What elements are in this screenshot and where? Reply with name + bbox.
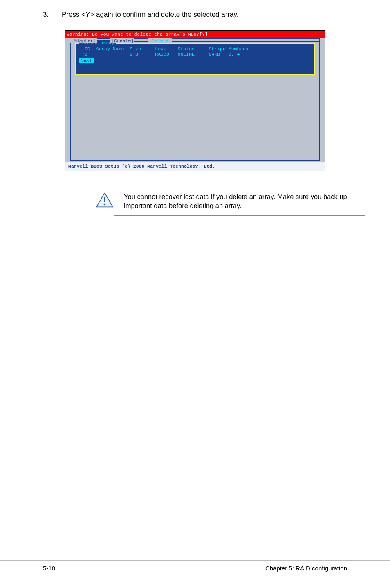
svg-point-2 (104, 204, 106, 206)
page-number: 5-10 (43, 565, 55, 572)
warning-icon (95, 192, 114, 209)
page-footer: 5-10 Chapter 5: RAID configuration (0, 560, 390, 572)
step-text: Press <Y> again to confirm and delete th… (62, 11, 347, 19)
tab-create[interactable]: [Create] (110, 38, 134, 43)
next-button[interactable]: NEXT (79, 58, 94, 63)
tab-delete[interactable]: [Delete] (148, 38, 172, 43)
panel-header-row: ID Array Name Size Level Status Stripe M… (79, 46, 311, 52)
svg-rect-1 (104, 197, 105, 202)
bios-screenshot: Warning: Do you want to delete the array… (65, 30, 325, 171)
delete-array-panel: Delete array ID Array Name Size Level St… (75, 43, 315, 75)
caution-text: You cannot recover lost data if you dele… (124, 192, 365, 211)
bios-footer-text: Marvell BIOS Setup (c) 2006 Marvell Tech… (65, 162, 325, 171)
step-number: 3. (43, 11, 50, 19)
bios-main-frame: Delete array ID Array Name Size Level St… (70, 38, 320, 161)
caution-note: You cannot recover lost data if you dele… (114, 188, 365, 216)
bios-warning-bar: Warning: Do you want to delete the array… (65, 31, 325, 38)
tab-adapter[interactable]: [Adapter] (70, 38, 97, 43)
step-3: 3. Press <Y> again to confirm and delete… (43, 11, 347, 19)
panel-data-row[interactable]: *0 2TB RAID0 ONLINE 64KB 0, 4 (79, 52, 311, 57)
chapter-label: Chapter 5: RAID configuration (265, 565, 347, 572)
